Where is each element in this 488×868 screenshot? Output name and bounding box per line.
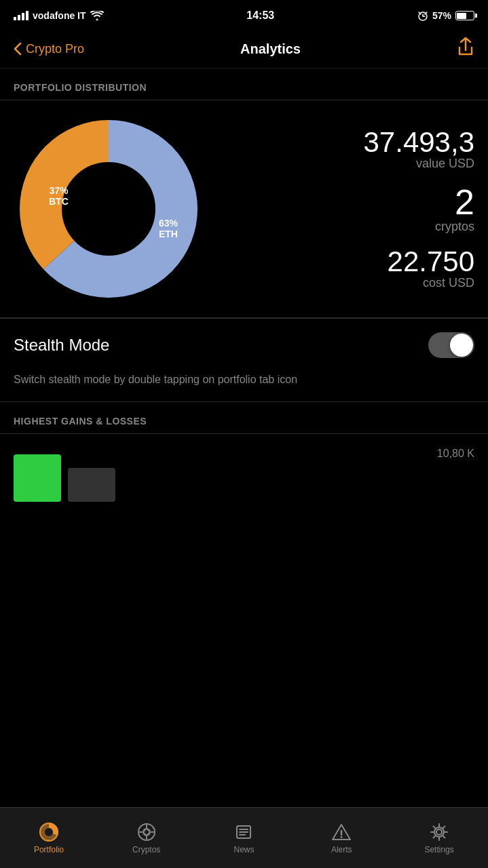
nav-bar: Crypto Pro Analytics [0, 30, 488, 68]
status-bar: vodafone IT 14:53 57% [0, 0, 488, 30]
gains-chart: 10,80 K [14, 448, 474, 502]
stealth-description: Switch stealth mode by double tapping on… [0, 372, 488, 402]
tab-portfolio-label: Portfolio [34, 845, 64, 854]
signal-bar-1 [14, 17, 16, 20]
status-right: 57% [417, 10, 474, 21]
portfolio-tab-icon [39, 822, 59, 842]
battery-container [455, 11, 474, 20]
donut-hole [62, 163, 155, 255]
donut-svg [14, 114, 204, 304]
portfolio-value-label: value USD [224, 157, 474, 171]
tab-alerts-label: Alerts [331, 845, 352, 854]
tab-portfolio[interactable]: Portfolio [0, 822, 98, 854]
stealth-mode-label: Stealth Mode [14, 336, 109, 355]
gains-bar-positive [14, 454, 61, 502]
battery-percent: 57% [432, 10, 451, 21]
portfolio-cost-label: cost USD [224, 276, 474, 290]
portfolio-stats: 37.493,3 value USD 2 cryptos 22.750 cost… [224, 128, 474, 290]
tab-cryptos-label: Cryptos [132, 845, 160, 854]
cryptos-tab-icon [136, 822, 157, 842]
portfolio-cryptos-label: cryptos [224, 220, 474, 234]
share-button[interactable] [457, 37, 474, 61]
portfolio-cost: 22.750 [224, 248, 474, 276]
news-tab-icon [233, 822, 254, 842]
svg-point-8 [143, 829, 150, 835]
signal-bar-2 [18, 15, 20, 20]
back-label: Crypto Pro [26, 42, 84, 56]
toggle-knob [450, 334, 473, 357]
portfolio-section-header: PORTFOLIO DISTRIBUTION [0, 68, 488, 100]
gains-section-header: HIGHEST GAINS & LOSSES [0, 402, 488, 433]
battery-fill [457, 13, 466, 19]
share-icon [457, 37, 474, 57]
status-time: 14:53 [246, 9, 274, 22]
portfolio-distribution: 37% BTC 63% ETH 37.493,3 value USD 2 cry… [0, 100, 488, 317]
signal-bar-3 [22, 13, 24, 20]
stealth-toggle[interactable] [428, 332, 474, 358]
alerts-tab-icon [331, 822, 352, 842]
tab-alerts[interactable]: Alerts [293, 822, 390, 854]
svg-point-15 [436, 829, 442, 835]
gains-bar-negative [68, 468, 115, 502]
battery-icon [455, 11, 474, 20]
tab-bar: Portfolio Cryptos News [0, 807, 488, 868]
donut-chart: 37% BTC 63% ETH [14, 114, 204, 304]
wifi-icon [90, 11, 104, 20]
tab-settings-label: Settings [424, 845, 453, 854]
gains-max-value: 10,80 K [437, 448, 474, 460]
carrier-label: vodafone IT [33, 10, 86, 21]
stealth-mode-section: Stealth Mode [0, 318, 488, 372]
alarm-icon [417, 10, 428, 21]
tab-news-label: News [233, 845, 254, 854]
svg-point-14 [341, 836, 343, 838]
page-title: Analytics [240, 41, 301, 57]
signal-bars [14, 11, 29, 20]
portfolio-cryptos: 2 [224, 184, 474, 220]
status-left: vodafone IT [14, 10, 104, 21]
gains-section: 10,80 K [0, 434, 488, 515]
back-chevron-icon [14, 42, 22, 56]
settings-tab-icon [429, 822, 449, 842]
back-button[interactable]: Crypto Pro [14, 42, 84, 56]
svg-point-6 [45, 828, 53, 836]
portfolio-value: 37.493,3 [224, 128, 474, 157]
signal-bar-4 [26, 11, 29, 20]
tab-settings[interactable]: Settings [390, 822, 488, 854]
tab-cryptos[interactable]: Cryptos [98, 822, 195, 854]
tab-news[interactable]: News [195, 822, 293, 854]
